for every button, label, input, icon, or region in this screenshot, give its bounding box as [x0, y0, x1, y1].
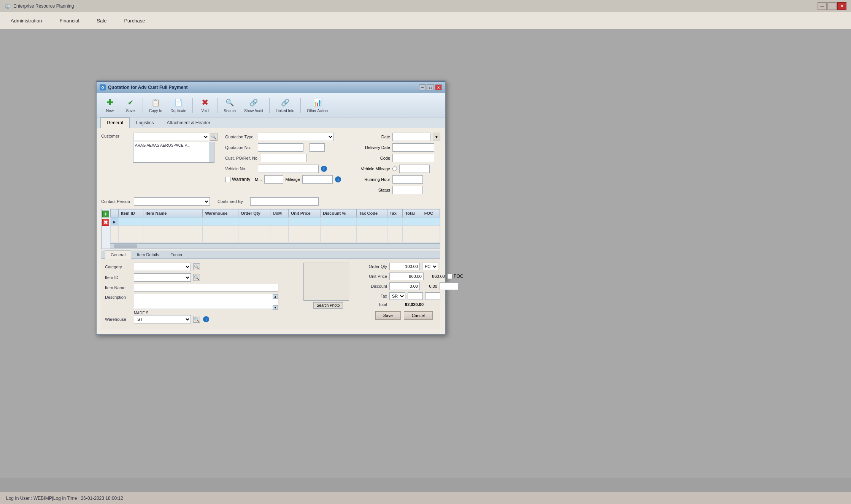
warehouse-search-btn[interactable]: 🔍: [193, 316, 200, 323]
col-total: Total: [403, 209, 422, 217]
tab-logistics[interactable]: Logistics: [130, 117, 160, 128]
foc-label: FOC: [454, 274, 463, 279]
customer-select[interactable]: [133, 133, 209, 141]
delivery-date-input[interactable]: [392, 143, 434, 152]
cell-tax[interactable]: [387, 217, 403, 226]
table-row: [111, 226, 440, 234]
quotation-no-input[interactable]: [258, 143, 303, 152]
item-name-input[interactable]: [134, 284, 278, 292]
confirmed-by-label: Confirmed By: [218, 199, 248, 204]
cell-discount[interactable]: [321, 217, 357, 226]
category-select[interactable]: [134, 263, 191, 271]
unit-price-label: Unit Price: [360, 274, 387, 279]
other-action-button[interactable]: 📊 Other Action: [303, 95, 331, 115]
cust-po-label: Cust. PO/Ref. No.: [225, 156, 259, 160]
delivery-date-label: Delivery Date: [356, 145, 390, 150]
vehicle-mileage-input[interactable]: [399, 165, 430, 173]
void-button[interactable]: ✖ Void: [195, 95, 214, 115]
foc-checkbox[interactable]: [447, 274, 452, 279]
warranty-label: Warranty: [232, 177, 250, 182]
cell-unit-price[interactable]: [289, 217, 321, 226]
contact-person-select[interactable]: [134, 197, 210, 206]
cell-item-name[interactable]: [143, 217, 203, 226]
vehicle-mileage-radio[interactable]: [392, 166, 397, 171]
bottom-tab-footer[interactable]: Footer: [165, 250, 188, 259]
mileage-input2[interactable]: [302, 175, 333, 184]
discount-input[interactable]: [389, 282, 420, 290]
row-indicator: ▶: [113, 220, 116, 224]
quotation-type-select[interactable]: [258, 133, 334, 141]
copy-to-button[interactable]: 📋 Copy to: [146, 95, 165, 115]
dialog-maximize-btn[interactable]: □: [427, 84, 434, 90]
vehicle-no-label: Vehicle No.: [225, 166, 256, 171]
col-warehouse: Warehouse: [203, 209, 238, 217]
discount-label: Discount: [360, 284, 387, 288]
discount-pct-input[interactable]: [440, 282, 459, 290]
tab-attachment-header[interactable]: Attachment & Header: [160, 117, 217, 128]
save-button[interactable]: ✔ Save: [121, 95, 140, 115]
unit-price-input[interactable]: [389, 273, 424, 280]
description-scroll-down[interactable]: ▼: [273, 305, 278, 310]
new-button[interactable]: ✚ New: [100, 95, 119, 115]
code-input[interactable]: [392, 154, 434, 162]
warranty-checkbox[interactable]: [225, 177, 230, 182]
menu-purchase[interactable]: Purchase: [121, 16, 148, 25]
cust-po-input[interactable]: [261, 154, 306, 162]
confirmed-by-input[interactable]: [250, 197, 319, 206]
cell-total[interactable]: [403, 217, 422, 226]
warehouse-select[interactable]: ST: [134, 315, 191, 323]
minimize-btn[interactable]: ─: [818, 2, 827, 10]
order-qty-input[interactable]: [389, 263, 420, 270]
grid-add-btn[interactable]: +: [102, 211, 109, 217]
menu-financial[interactable]: Financial: [56, 16, 82, 25]
bottom-tab-general[interactable]: General: [105, 250, 131, 259]
search-photo-btn[interactable]: Search Photo: [313, 302, 343, 309]
cell-order-qty[interactable]: [238, 217, 270, 226]
tax-code-select[interactable]: SR: [389, 292, 405, 300]
item-save-button[interactable]: Save: [375, 311, 401, 320]
cell-foc[interactable]: [422, 217, 440, 226]
col-item-name: Item Name: [143, 209, 203, 217]
running-hour-input[interactable]: [392, 175, 423, 184]
cell-item-id[interactable]: [119, 217, 143, 226]
app-icon: 🏢: [5, 3, 11, 9]
menu-administration[interactable]: Administration: [8, 16, 45, 25]
col-item-id: Item ID: [119, 209, 143, 217]
dialog-minimize-btn[interactable]: ─: [419, 84, 426, 90]
bottom-tab-item-details[interactable]: Item Details: [131, 250, 165, 259]
tax-label: Tax: [360, 294, 387, 298]
item-id-select[interactable]: ...: [134, 273, 191, 282]
col-uom: UoM: [270, 209, 289, 217]
close-btn[interactable]: ✕: [837, 2, 846, 10]
item-id-search-btn[interactable]: 🔍: [193, 274, 200, 281]
linked-info-label: Linked Info: [276, 109, 294, 113]
duplicate-button[interactable]: 📄 Duplicate: [167, 95, 190, 115]
description-textarea[interactable]: [134, 294, 278, 309]
cell-tax-code[interactable]: [357, 217, 387, 226]
order-qty-unit-select[interactable]: PC: [422, 263, 438, 270]
tax-amount-input[interactable]: [425, 292, 440, 300]
date-picker-btn[interactable]: ▼: [433, 133, 440, 141]
show-audit-button[interactable]: 🔗 Show Audit: [241, 95, 267, 115]
customer-search-btn[interactable]: 🔍: [210, 133, 218, 141]
quotation-no-input2[interactable]: [310, 143, 325, 152]
cell-warehouse[interactable]: [203, 217, 238, 226]
app-title: Enterprise Resource Planning: [13, 3, 74, 9]
vehicle-no-input[interactable]: [258, 165, 319, 173]
mileage-input1[interactable]: [264, 175, 283, 184]
grid-delete-btn[interactable]: ✖: [102, 219, 109, 226]
cell-uom[interactable]: [270, 217, 289, 226]
tax-rate-input[interactable]: [408, 292, 423, 300]
category-search-btn[interactable]: 🔍: [193, 263, 200, 270]
linked-info-button[interactable]: 🔗 Linked Info: [272, 95, 298, 115]
description-scroll-up[interactable]: ▲: [273, 294, 278, 299]
menu-sale[interactable]: Sale: [94, 16, 110, 25]
item-cancel-button[interactable]: Cancel: [404, 311, 433, 320]
date-input[interactable]: [392, 133, 430, 141]
status-input[interactable]: [392, 186, 423, 194]
quotation-no-dash: -: [306, 145, 307, 150]
tab-general[interactable]: General: [100, 117, 130, 128]
maximize-btn[interactable]: □: [827, 2, 837, 10]
dialog-close-btn[interactable]: ✕: [435, 84, 442, 90]
search-button[interactable]: 🔍 Search: [220, 95, 239, 115]
